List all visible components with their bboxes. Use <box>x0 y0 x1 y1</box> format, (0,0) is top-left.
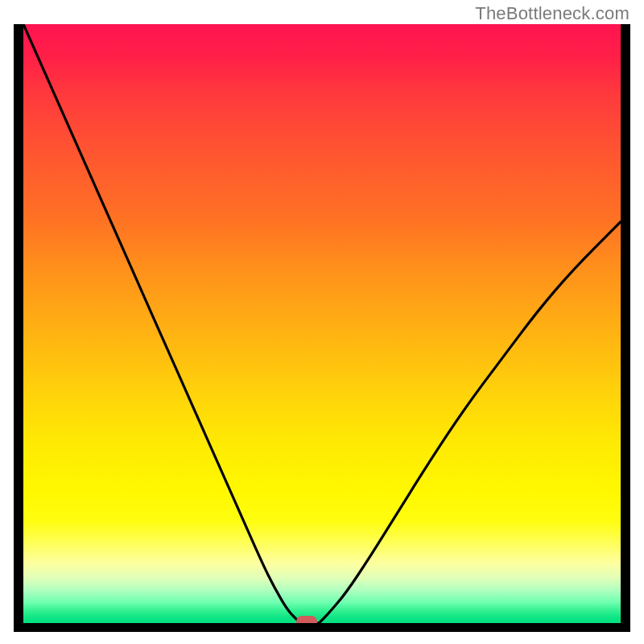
bottleneck-curve <box>23 24 621 623</box>
plot-frame <box>14 24 630 632</box>
optimal-point-marker <box>296 616 317 623</box>
watermark-text: TheBottleneck.com <box>475 3 630 24</box>
plot-area <box>23 24 621 623</box>
